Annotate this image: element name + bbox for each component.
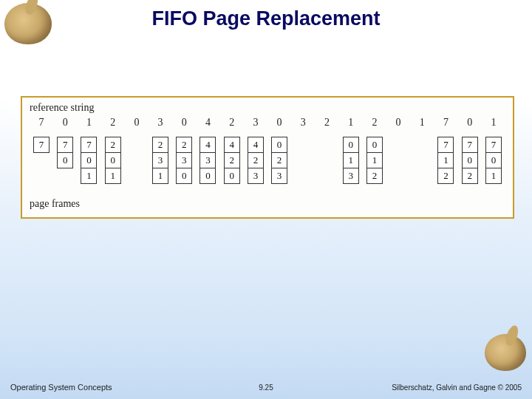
frame-column: 012 — [363, 136, 386, 184]
frame-cell: 3 — [152, 152, 168, 168]
reference-value: 0 — [53, 117, 77, 129]
frame-cell: 1 — [343, 152, 359, 168]
frame-cell: 0 — [366, 137, 383, 153]
frame-column: 231 — [149, 136, 172, 184]
frame-cell: 4 — [248, 137, 264, 153]
page-frames-label: page frames — [30, 198, 505, 210]
frame-cell: 3 — [343, 168, 359, 184]
frame-cell: 0 — [105, 152, 121, 168]
frame-cell: 1 — [366, 152, 383, 168]
reference-value: 1 — [339, 117, 363, 129]
reference-value: 2 — [315, 117, 338, 129]
frame-cell: 0 — [462, 152, 478, 168]
frame-cell: 0 — [176, 168, 192, 184]
frame-cell: 3 — [176, 152, 192, 168]
frame-cell: 7 — [437, 137, 454, 153]
frame-column: 712 — [434, 136, 457, 184]
reference-value: 0 — [458, 117, 482, 129]
frame-cell: 3 — [200, 152, 216, 168]
frame-cell: 1 — [485, 168, 502, 184]
reference-value: 2 — [101, 117, 125, 129]
reference-string-row: 70120304230321201701 — [30, 115, 505, 136]
frame-column: 701 — [482, 136, 505, 184]
frame-column: 701 — [77, 136, 100, 184]
frame-cell: 0 — [271, 137, 287, 153]
frame-cell: 0 — [343, 137, 359, 153]
frame-cell: 0 — [200, 168, 216, 184]
reference-value: 3 — [149, 117, 172, 129]
frame-column: 70 — [53, 136, 77, 168]
frame-column: 702 — [458, 136, 482, 184]
frame-cell: 3 — [248, 168, 264, 184]
reference-value: 0 — [125, 117, 149, 129]
frame-cell: 3 — [271, 168, 287, 184]
frame-column: 230 — [172, 136, 196, 184]
frame-cell: 2 — [105, 137, 121, 153]
frame-column: 420 — [220, 136, 244, 184]
frame-cell: 7 — [81, 137, 97, 153]
frame-cell: 7 — [33, 137, 50, 153]
frame-column: 430 — [196, 136, 219, 184]
frame-cell: 4 — [200, 137, 216, 153]
frame-column: 201 — [101, 136, 125, 184]
frame-cell: 2 — [248, 152, 264, 168]
frame-cell: 1 — [437, 152, 454, 168]
reference-value: 1 — [410, 117, 434, 129]
reference-value: 2 — [363, 117, 386, 129]
footer-center: 9.25 — [259, 383, 273, 392]
frame-column: 013 — [339, 136, 363, 184]
frame-column: 423 — [244, 136, 267, 184]
reference-value: 7 — [434, 117, 457, 129]
frame-cell: 0 — [57, 152, 73, 168]
reference-value: 2 — [220, 117, 244, 129]
reference-value: 3 — [291, 117, 315, 129]
frame-column: 023 — [267, 136, 291, 184]
reference-value: 3 — [244, 117, 267, 129]
frame-cell: 0 — [81, 152, 97, 168]
dinosaur-logo-bottom-right — [485, 334, 526, 371]
page-frames-row: 7707012012312304304204230230130127127027… — [30, 136, 505, 194]
reference-value: 0 — [172, 117, 196, 129]
reference-value: 1 — [482, 117, 505, 129]
frame-column: 7 — [30, 136, 53, 153]
frame-cell: 2 — [437, 168, 454, 184]
reference-value: 7 — [30, 117, 53, 129]
fifo-diagram: reference string 70120304230321201701 77… — [21, 96, 514, 219]
frame-cell: 2 — [224, 152, 240, 168]
frame-cell: 7 — [485, 137, 502, 153]
frame-cell: 2 — [462, 168, 478, 184]
footer-right: Silberschatz, Galvin and Gagne © 2005 — [392, 383, 522, 392]
frame-cell: 2 — [366, 168, 383, 184]
reference-value: 0 — [267, 117, 291, 129]
frame-cell: 1 — [152, 168, 168, 184]
frame-cell: 2 — [271, 152, 287, 168]
reference-string-label: reference string — [30, 102, 505, 114]
footer-left: Operating System Concepts — [10, 383, 112, 392]
slide-footer: Operating System Concepts 9.25 Silbersch… — [0, 383, 532, 392]
reference-value: 1 — [77, 117, 100, 129]
frame-cell: 2 — [176, 137, 192, 153]
frame-cell: 7 — [57, 137, 73, 153]
frame-cell: 4 — [224, 137, 240, 153]
reference-value: 0 — [386, 117, 410, 129]
frame-cell: 7 — [462, 137, 478, 153]
frame-cell: 1 — [105, 168, 121, 184]
reference-value: 4 — [196, 117, 219, 129]
frame-cell: 2 — [152, 137, 168, 153]
frame-cell: 1 — [81, 168, 97, 184]
slide-title: FIFO Page Replacement — [0, 7, 532, 30]
frame-cell: 0 — [485, 152, 502, 168]
frame-cell: 0 — [224, 168, 240, 184]
